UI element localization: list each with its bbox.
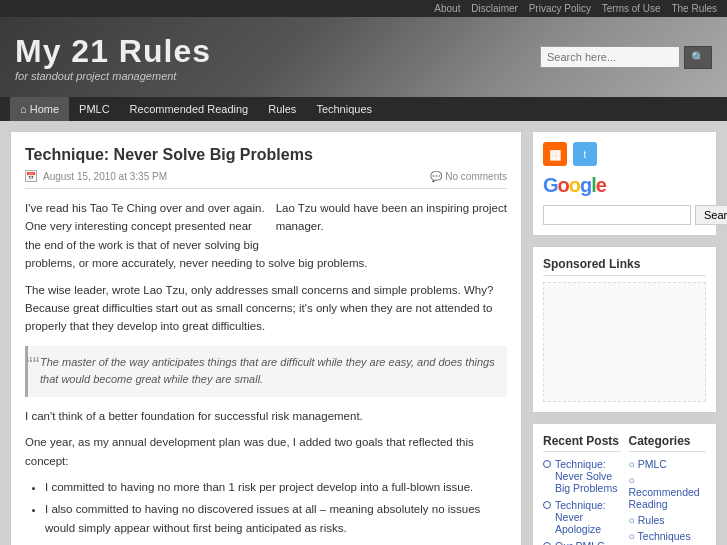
post-meta: 📅 August 15, 2010 at 3:35 PM 💬 No commen…	[25, 170, 507, 189]
social-icons: ▩ t	[543, 142, 706, 166]
search-input[interactable]	[540, 46, 680, 68]
nav-techniques[interactable]: Techniques	[306, 97, 382, 121]
recent-posts-col: Recent Posts Technique: Never Solve Big …	[543, 434, 621, 545]
categories-title: Categories	[629, 434, 707, 452]
search-button[interactable]: 🔍	[684, 46, 712, 69]
main-nav: Home PMLC Recommended Reading Rules Tech…	[0, 97, 727, 121]
site-title: My 21 Rules	[15, 33, 211, 70]
cat-pmlc[interactable]: PMLC	[629, 458, 707, 470]
nav-rules[interactable]: Rules	[258, 97, 306, 121]
post-dot-icon	[543, 460, 551, 468]
cat-rules[interactable]: Rules	[629, 514, 707, 526]
google-logo: Google	[543, 174, 706, 197]
commitment-1: I committed to having no more than 1 ris…	[45, 478, 507, 496]
blockquote: The master of the way anticipates things…	[25, 346, 507, 397]
topbar-privacy[interactable]: Privacy Policy	[529, 3, 591, 14]
header-search: 🔍	[540, 46, 712, 69]
sponsored-links-widget: Sponsored Links	[532, 246, 717, 413]
recent-posts-title: Recent Posts	[543, 434, 621, 452]
body-p3: One year, as my annual development plan …	[25, 433, 507, 470]
site-title-block: My 21 Rules for standout project managem…	[15, 33, 211, 82]
body-p1: The wise leader, wrote Lao Tzu, only add…	[25, 281, 507, 336]
google-search-row: Search	[543, 205, 706, 225]
search-icon: 🔍	[691, 51, 705, 63]
site-header: My 21 Rules for standout project managem…	[0, 17, 727, 97]
sidebar: ▩ t Google Search Sponsored Links	[532, 131, 717, 545]
two-col-widget: Recent Posts Technique: Never Solve Big …	[543, 434, 706, 545]
quote-text: The master of the way anticipates things…	[40, 356, 495, 386]
top-bar: About Disclaimer Privacy Policy Terms of…	[0, 0, 727, 17]
topbar-disclaimer[interactable]: Disclaimer	[471, 3, 518, 14]
twitter-icon[interactable]: t	[573, 142, 597, 166]
topbar-rules[interactable]: The Rules	[671, 3, 717, 14]
commitments-list: I committed to having no more than 1 ris…	[45, 478, 507, 537]
body-p2: I can't think of a better foundation for…	[25, 407, 507, 425]
post-title: Technique: Never Solve Big Problems	[25, 146, 507, 164]
content-wrap: Technique: Never Solve Big Problems 📅 Au…	[0, 121, 727, 545]
recent-post-1[interactable]: Technique: Never Apologize	[543, 499, 621, 535]
post-date: August 15, 2010 at 3:35 PM	[43, 171, 167, 182]
post-dot-icon	[543, 501, 551, 509]
main-content: Technique: Never Solve Big Problems 📅 Au…	[10, 131, 522, 545]
nav-pmlc[interactable]: PMLC	[69, 97, 120, 121]
nav-home[interactable]: Home	[10, 97, 69, 121]
nav-recommended[interactable]: Recommended Reading	[120, 97, 259, 121]
sponsored-links-title: Sponsored Links	[543, 257, 706, 276]
topbar-about[interactable]: About	[434, 3, 460, 14]
intro-p1: Lao Tzu would have been an inspiring pro…	[276, 199, 507, 236]
google-search-button[interactable]: Search	[695, 205, 727, 225]
categories-col: Categories PMLC Recommended Reading Rule…	[629, 434, 707, 545]
recent-post-0[interactable]: Technique: Never Solve Big Problems	[543, 458, 621, 494]
social-widget: ▩ t Google Search	[532, 131, 717, 236]
calendar-icon: 📅	[25, 170, 37, 182]
google-search-widget: Google Search	[543, 174, 706, 225]
google-search-input[interactable]	[543, 205, 691, 225]
comment-bubble-icon: 💬	[430, 171, 442, 182]
comments-link[interactable]: 💬 No comments	[430, 171, 507, 182]
comments-count: No comments	[445, 171, 507, 182]
rss-icon[interactable]: ▩	[543, 142, 567, 166]
commitment-2: I also committed to having no discovered…	[45, 500, 507, 537]
topbar-terms[interactable]: Terms of Use	[602, 3, 661, 14]
sponsored-links-area	[543, 282, 706, 402]
cat-techniques[interactable]: Techniques	[629, 530, 707, 542]
post-body: Lao Tzu would have been an inspiring pro…	[25, 199, 507, 545]
cat-recommended[interactable]: Recommended Reading	[629, 474, 707, 510]
recent-post-2[interactable]: Our PMLC	[543, 540, 621, 545]
site-subtitle: for standout project management	[15, 70, 211, 82]
posts-categories-widget: Recent Posts Technique: Never Solve Big …	[532, 423, 717, 545]
